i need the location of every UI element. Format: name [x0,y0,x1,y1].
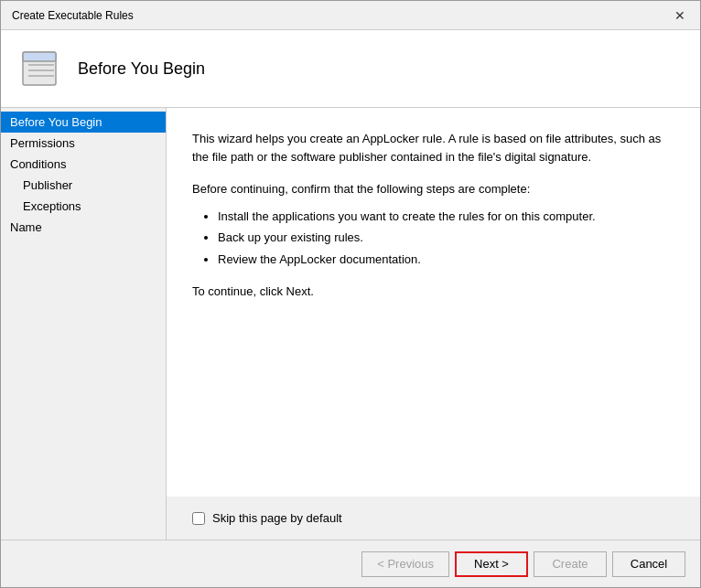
cancel-button[interactable]: Cancel [612,551,685,577]
close-button[interactable]: ✕ [671,6,689,25]
sidebar-item-conditions[interactable]: Conditions [1,154,166,175]
sidebar-item-publisher[interactable]: Publisher [1,175,166,196]
wizard-icon [19,47,63,91]
footer-area: < Previous Next > Create Cancel [1,540,700,587]
step-2: Back up your existing rules. [218,229,674,247]
skip-checkbox[interactable] [192,512,205,525]
main-content: This wizard helps you create an AppLocke… [167,108,700,497]
step-3: Review the AppLocker documentation. [218,251,674,269]
checkbox-area: Skip this page by default [167,497,700,540]
skip-checkbox-label: Skip this page by default [212,511,342,525]
steps-list: Install the applications you want to cre… [192,208,674,269]
previous-button[interactable]: < Previous [361,551,449,577]
svg-rect-1 [23,52,56,61]
content-area: Before You Begin Permissions Conditions … [1,108,700,540]
sidebar-item-before-you-begin[interactable]: Before You Begin [1,112,166,133]
header-title: Before You Begin [78,59,205,79]
continue-text: To continue, click Next. [192,283,674,301]
create-button[interactable]: Create [534,551,607,577]
step-1: Install the applications you want to cre… [218,208,674,226]
title-bar: Create Executable Rules ✕ [1,1,700,30]
steps-header: Before continuing, confirm that the foll… [192,180,674,198]
dialog-window: Create Executable Rules ✕ Before You Beg… [0,0,701,588]
sidebar-item-name[interactable]: Name [1,217,166,238]
header-area: Before You Begin [1,30,700,108]
main-wrapper: This wizard helps you create an AppLocke… [167,108,700,540]
sidebar-item-exceptions[interactable]: Exceptions [1,196,166,217]
intro-text: This wizard helps you create an AppLocke… [192,130,674,166]
sidebar-item-permissions[interactable]: Permissions [1,133,166,154]
dialog-title: Create Executable Rules [12,9,134,22]
next-button[interactable]: Next > [455,551,528,577]
sidebar: Before You Begin Permissions Conditions … [1,108,167,540]
